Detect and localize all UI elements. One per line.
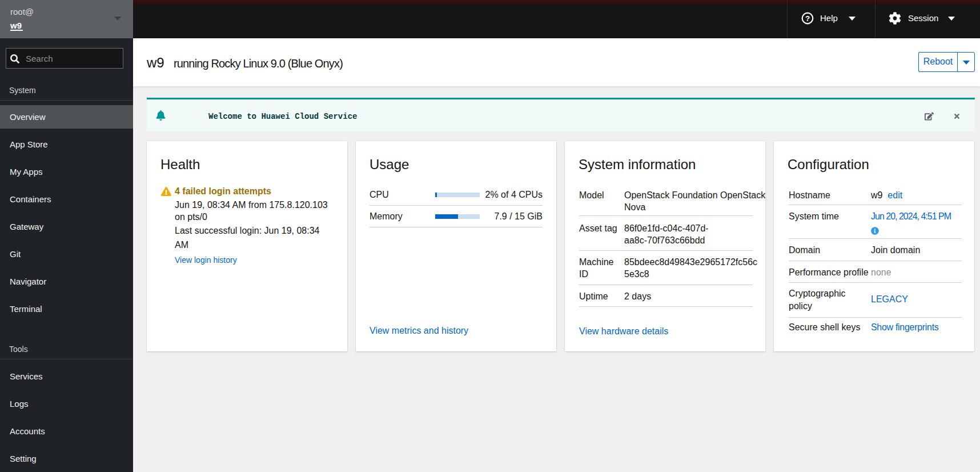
svg-text:?: ? [805, 14, 810, 23]
